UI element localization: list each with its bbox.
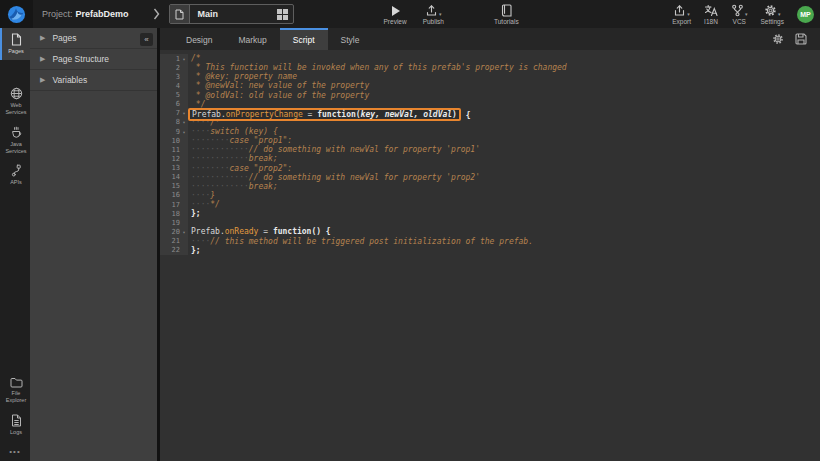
code-line[interactable]: ············// do something with newVal … bbox=[191, 145, 820, 154]
sidebar-item-file-explorer[interactable]: File Explorer bbox=[0, 372, 30, 409]
file-explorer-icon bbox=[10, 377, 23, 388]
gutter-line[interactable]: 6 bbox=[160, 100, 188, 109]
sidebar-item-apis[interactable]: APIs bbox=[0, 159, 30, 191]
preview-button[interactable]: Preview bbox=[382, 4, 409, 25]
page-selector-dropdown[interactable]: Main bbox=[169, 4, 294, 24]
code-line[interactable]: ····*/ bbox=[191, 200, 820, 209]
code-line[interactable]: ····} bbox=[191, 191, 820, 200]
branch-icon bbox=[731, 4, 744, 17]
line-number: 15 bbox=[172, 182, 180, 190]
line-number: 5 bbox=[176, 91, 180, 99]
code-line[interactable]: Prefab.onReady = function() { bbox=[191, 227, 820, 236]
tab-script[interactable]: Script bbox=[280, 28, 328, 50]
publish-button[interactable]: ▾ Publish bbox=[421, 4, 446, 25]
line-number: 4 bbox=[176, 82, 180, 90]
sidebar-more-button[interactable]: ••• bbox=[0, 441, 30, 461]
sidebar-gap bbox=[0, 60, 30, 82]
gutter-line[interactable]: 14 bbox=[160, 173, 188, 182]
gutter-line[interactable]: 21 bbox=[160, 237, 188, 246]
gutter-line[interactable]: 13 bbox=[160, 164, 188, 173]
app-logo[interactable] bbox=[0, 0, 33, 28]
gutter-line[interactable]: 4 bbox=[160, 81, 188, 90]
line-number: 6 bbox=[176, 100, 180, 108]
code-line[interactable]: ············// do something with newVal … bbox=[191, 173, 820, 182]
sidebar-item-java-services[interactable]: Java Services bbox=[0, 121, 30, 160]
fold-marker-icon[interactable]: ▾ bbox=[180, 229, 188, 235]
gutter-line[interactable]: 12 bbox=[160, 154, 188, 163]
page-file-icon bbox=[170, 5, 190, 23]
code-line[interactable]: ············break; bbox=[191, 182, 820, 191]
gutter-line[interactable]: 19 bbox=[160, 218, 188, 227]
page-grid-icon[interactable] bbox=[277, 9, 288, 20]
save-icon[interactable] bbox=[795, 33, 807, 45]
code-line[interactable]: ········case "prop2": bbox=[191, 164, 820, 173]
breadcrumb-chevron-icon bbox=[153, 8, 160, 20]
fold-marker-icon[interactable]: ▾ bbox=[180, 110, 188, 116]
sidebar-item-web-services[interactable]: Web Services bbox=[0, 82, 30, 121]
i18n-button[interactable]: I18N bbox=[702, 4, 720, 25]
gutter-line[interactable]: 22 bbox=[160, 246, 188, 255]
user-avatar[interactable]: MP bbox=[797, 6, 814, 23]
code-line[interactable]: * @newVal: new value of the property bbox=[191, 81, 820, 90]
code-line[interactable]: Prefab.onPropertyChange = function(key, … bbox=[191, 109, 820, 118]
code-line[interactable]: ····switch (key) { bbox=[191, 127, 820, 136]
gutter-line[interactable]: 10 bbox=[160, 136, 188, 145]
panel-section-label: Variables bbox=[52, 75, 87, 85]
pages-panel: ▶ Pages ▶ Page Structure ▶ Variables « bbox=[30, 28, 157, 461]
export-button[interactable]: ▾ Export bbox=[670, 4, 693, 25]
sidebar-item-pages[interactable]: Pages bbox=[0, 28, 30, 60]
vcs-button[interactable]: ▾ VCS bbox=[729, 4, 750, 25]
panel-section-pages[interactable]: ▶ Pages bbox=[30, 28, 157, 49]
gutter-line[interactable]: 11 bbox=[160, 145, 188, 154]
gutter-line[interactable]: 16 bbox=[160, 191, 188, 200]
vcs-caret-icon: ▾ bbox=[745, 12, 748, 17]
gutter-line[interactable]: 18 bbox=[160, 209, 188, 218]
code-line[interactable]: * @oldVal: old value of the property bbox=[191, 91, 820, 100]
fold-marker-icon[interactable]: ▾ bbox=[180, 56, 188, 62]
panel-section-page-structure[interactable]: ▶ Page Structure bbox=[30, 49, 157, 70]
panel-collapse-button[interactable]: « bbox=[140, 33, 153, 46]
gutter-line[interactable]: 3 bbox=[160, 72, 188, 81]
code-line[interactable]: }; bbox=[191, 246, 820, 255]
tutorials-label: Tutorials bbox=[494, 18, 519, 25]
code-line[interactable] bbox=[191, 218, 820, 227]
settings-label: Settings bbox=[761, 18, 785, 25]
code-line[interactable]: ············break; bbox=[191, 154, 820, 163]
gutter-line[interactable]: 5 bbox=[160, 91, 188, 100]
panel-section-variables[interactable]: ▶ Variables bbox=[30, 70, 157, 91]
tab-label: Markup bbox=[238, 35, 266, 45]
code-line[interactable]: * This function will be invoked when any… bbox=[191, 63, 820, 72]
export-caret-icon: ▾ bbox=[687, 12, 690, 17]
gutter-line[interactable]: 20▾ bbox=[160, 227, 188, 236]
line-number: 10 bbox=[172, 137, 180, 145]
gutter-line[interactable]: 7▾ bbox=[160, 109, 188, 118]
java-services-icon bbox=[10, 126, 23, 139]
code-line[interactable]: ········case "prop1": bbox=[191, 136, 820, 145]
tab-markup[interactable]: Markup bbox=[225, 28, 279, 50]
wavemaker-logo-icon bbox=[7, 5, 26, 24]
code-line[interactable]: }; bbox=[191, 209, 820, 218]
gutter-line[interactable]: 17 bbox=[160, 200, 188, 209]
editor-settings-gear-icon[interactable] bbox=[772, 33, 784, 45]
settings-button[interactable]: ▾ Settings bbox=[759, 4, 787, 25]
gutter-line[interactable]: 8▾ bbox=[160, 118, 188, 127]
tab-design[interactable]: Design bbox=[173, 28, 225, 50]
code-line[interactable]: /* bbox=[191, 54, 820, 63]
gutter-line[interactable]: 1▾ bbox=[160, 54, 188, 63]
tutorials-button[interactable]: Tutorials bbox=[492, 4, 521, 25]
gutter-line[interactable]: 2 bbox=[160, 63, 188, 72]
fold-marker-icon[interactable]: ▾ bbox=[180, 129, 188, 135]
tab-label: Style bbox=[341, 35, 360, 45]
fold-marker-icon[interactable]: ▾ bbox=[180, 119, 188, 125]
code-line[interactable]: * @key: property name bbox=[191, 72, 820, 81]
gutter-line[interactable]: 15 bbox=[160, 182, 188, 191]
tab-style[interactable]: Style bbox=[328, 28, 373, 50]
sidebar-item-logs[interactable]: Logs bbox=[0, 409, 30, 441]
publish-icon bbox=[425, 4, 438, 17]
project-name: PrefabDemo bbox=[76, 9, 129, 19]
code-editor[interactable]: 1▾234567▾8▾9▾1011121314151617181920▾2122… bbox=[160, 50, 820, 255]
editor-region: Design Markup Script Style 1▾234567▾8▾9▾… bbox=[160, 28, 820, 461]
gutter-line[interactable]: 9▾ bbox=[160, 127, 188, 136]
code-lines[interactable]: /* * This function will be invoked when … bbox=[188, 54, 820, 255]
code-line[interactable]: ····// this method will be triggered pos… bbox=[191, 237, 820, 246]
